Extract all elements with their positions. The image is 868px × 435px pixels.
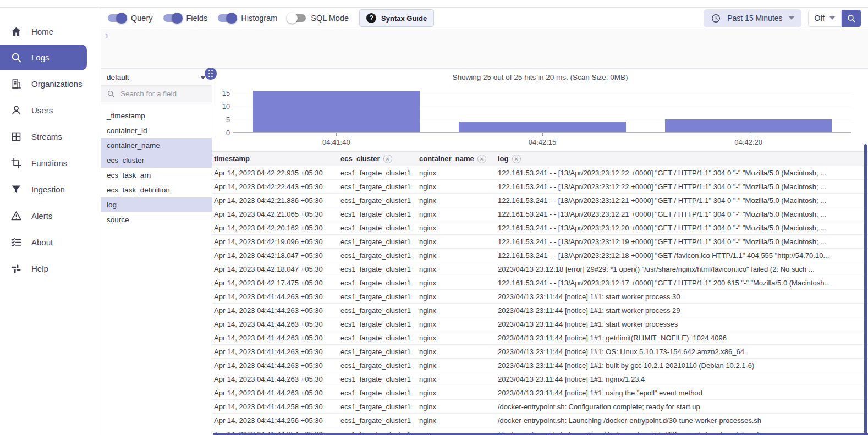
- cell-ecs_cluster: ecs1_fargate_cluster1: [340, 279, 419, 287]
- table-row[interactable]: Apr 14, 2023 04:42:21.886 +05:30ecs1_far…: [212, 194, 868, 207]
- table-row[interactable]: Apr 14, 2023 04:42:22.443 +05:30ecs1_far…: [212, 180, 868, 194]
- stream-select[interactable]: default: [101, 69, 212, 86]
- remove-column-icon[interactable]: ×: [512, 155, 521, 163]
- histogram-bar[interactable]: [459, 122, 625, 132]
- chevron-down-icon: [829, 16, 835, 20]
- funnel-icon: [10, 184, 22, 195]
- sidebar-item-alerts[interactable]: Alerts: [0, 202, 100, 229]
- table-row[interactable]: Apr 14, 2023 04:41:44.256 +05:30ecs1_far…: [212, 414, 868, 427]
- cell-log: 2023/04/13 23:11:44 [notice] 1#1: start …: [498, 320, 868, 328]
- column-header-ecs_cluster: ecs_cluster×: [340, 155, 419, 163]
- sidebar-item-about[interactable]: About: [0, 229, 100, 255]
- x-tick-label: 04:42:20: [734, 138, 762, 146]
- cell-container_name: nginx: [419, 251, 498, 260]
- x-tick-mark: [542, 133, 543, 136]
- panel-drag-handle[interactable]: [205, 68, 217, 80]
- table-row[interactable]: Apr 14, 2023 04:42:17.475 +05:30ecs1_far…: [212, 276, 868, 290]
- cell-log: /docker-entrypoint.sh: Configuration com…: [498, 403, 868, 411]
- y-tick-label: 15: [222, 90, 230, 97]
- column-header-label: ecs_cluster: [340, 155, 380, 163]
- cell-container_name: nginx: [419, 238, 498, 246]
- table-row[interactable]: Apr 14, 2023 04:41:44.263 +05:30ecs1_far…: [212, 372, 868, 386]
- cell-container_name: nginx: [419, 375, 498, 383]
- sidebar-item-ingestion[interactable]: Ingestion: [0, 176, 100, 202]
- toggle-label: Histogram: [241, 14, 277, 23]
- table-row[interactable]: Apr 14, 2023 04:41:44.263 +05:30ecs1_far…: [212, 317, 868, 331]
- cell-ecs_cluster: ecs1_fargate_cluster1: [340, 375, 419, 383]
- syntax-guide-button[interactable]: ? Syntax Guide: [359, 9, 434, 27]
- field-item-container_name[interactable]: container_name: [101, 138, 212, 153]
- sidebar-item-functions[interactable]: Functions: [0, 150, 100, 176]
- sidebar-item-organizations[interactable]: Organizations: [0, 70, 100, 97]
- table-row[interactable]: Apr 14, 2023 04:42:19.096 +05:30ecs1_far…: [212, 235, 868, 249]
- time-range-selector[interactable]: Past 15 Minutes: [704, 9, 801, 27]
- cell-timestamp: Apr 14, 2023 04:42:19.096 +05:30: [214, 238, 340, 246]
- histogram-chart: 051015 04:41:4004:42:1504:42:20: [212, 84, 868, 151]
- histogram-bar[interactable]: [665, 119, 832, 132]
- toggle-label: SQL Mode: [311, 14, 349, 23]
- table-row[interactable]: Apr 14, 2023 04:42:22.935 +05:30ecs1_far…: [212, 166, 868, 180]
- column-header-label: timestamp: [214, 155, 250, 163]
- toggle-query[interactable]: Query: [108, 14, 153, 23]
- table-row[interactable]: Apr 14, 2023 04:41:44.263 +05:30ecs1_far…: [212, 359, 868, 372]
- cell-container_name: nginx: [419, 416, 498, 425]
- question-mark-icon: ?: [366, 13, 376, 23]
- field-item-container_id[interactable]: container_id: [101, 123, 212, 138]
- field-item-source[interactable]: source: [101, 212, 212, 227]
- field-item-ecs_task_arn[interactable]: ecs_task_arn: [101, 168, 212, 183]
- cell-timestamp: Apr 14, 2023 04:42:21.065 +05:30: [214, 210, 340, 218]
- field-search-input[interactable]: [119, 89, 196, 98]
- horizontal-scrollbar[interactable]: [213, 433, 868, 435]
- sidebar-item-users[interactable]: Users: [0, 97, 100, 123]
- cell-log: 2023/04/13 23:11:44 [notice] 1#1: using …: [498, 389, 868, 397]
- remove-column-icon[interactable]: ×: [477, 155, 486, 163]
- remove-column-icon[interactable]: ×: [383, 155, 392, 163]
- cell-log: 122.161.53.241 - - [13/Apr/2023:23:12:18…: [498, 251, 868, 260]
- vertical-scrollbar[interactable]: [864, 144, 867, 435]
- checklist-icon: [10, 236, 22, 248]
- table-row[interactable]: Apr 14, 2023 04:42:21.065 +05:30ecs1_far…: [212, 207, 868, 221]
- sidebar-item-home[interactable]: Home: [0, 18, 100, 45]
- cell-container_name: nginx: [419, 334, 498, 342]
- cell-ecs_cluster: ecs1_fargate_cluster1: [340, 293, 419, 301]
- fields-panel: default _timestampcontainer_idcontainer_…: [101, 69, 212, 435]
- cell-container_name: nginx: [419, 183, 498, 191]
- cell-log: 122.161.53.241 - - [13/Apr/2023:23:12:21…: [498, 196, 868, 205]
- x-tick-mark: [749, 133, 749, 136]
- field-item-ecs_cluster[interactable]: ecs_cluster: [101, 153, 212, 168]
- sidebar-item-help[interactable]: Help: [0, 255, 100, 282]
- run-search-button[interactable]: [842, 10, 861, 27]
- histogram-bar[interactable]: [253, 91, 420, 132]
- toggle-fields[interactable]: Fields: [163, 14, 208, 23]
- cell-timestamp: Apr 14, 2023 04:41:44.258 +05:30: [214, 403, 340, 411]
- table-row[interactable]: Apr 14, 2023 04:42:18.047 +05:30ecs1_far…: [212, 262, 868, 276]
- toggle-histogram[interactable]: Histogram: [218, 14, 277, 23]
- cell-ecs_cluster: ecs1_fargate_cluster1: [340, 403, 419, 411]
- cell-container_name: nginx: [419, 361, 498, 370]
- cell-log: 2023/04/13 23:12:18 [error] 29#29: *1 op…: [498, 265, 868, 273]
- field-item-_timestamp[interactable]: _timestamp: [101, 108, 212, 123]
- toolbar-right: Past 15 Minutes Off: [704, 9, 861, 27]
- table-row[interactable]: Apr 14, 2023 04:41:44.258 +05:30ecs1_far…: [212, 400, 868, 414]
- cell-timestamp: Apr 14, 2023 04:41:44.263 +05:30: [214, 375, 340, 383]
- auto-refresh-select[interactable]: Off: [808, 10, 842, 27]
- table-row[interactable]: Apr 14, 2023 04:41:44.263 +05:30ecs1_far…: [212, 345, 868, 359]
- table-row[interactable]: Apr 14, 2023 04:41:44.263 +05:30ecs1_far…: [212, 290, 868, 304]
- table-row[interactable]: Apr 14, 2023 04:42:18.047 +05:30ecs1_far…: [212, 249, 868, 262]
- cell-timestamp: Apr 14, 2023 04:42:17.475 +05:30: [214, 279, 340, 287]
- table-row[interactable]: Apr 14, 2023 04:42:20.162 +05:30ecs1_far…: [212, 221, 868, 235]
- sidebar-item-logs[interactable]: Logs: [0, 45, 87, 70]
- query-editor[interactable]: 1: [101, 29, 868, 69]
- column-header-timestamp: timestamp: [214, 155, 340, 163]
- table-row[interactable]: Apr 14, 2023 04:41:44.263 +05:30ecs1_far…: [212, 386, 868, 400]
- field-item-log[interactable]: log: [101, 197, 212, 212]
- warning-icon: [10, 210, 22, 222]
- slack-icon: [10, 263, 22, 274]
- histogram-plot[interactable]: [233, 89, 851, 133]
- field-item-ecs_task_definition[interactable]: ecs_task_definition: [101, 183, 212, 197]
- sidebar-item-streams[interactable]: Streams: [0, 123, 100, 150]
- toggle-sql-mode[interactable]: SQL Mode: [288, 14, 349, 23]
- table-row[interactable]: Apr 14, 2023 04:41:44.263 +05:30ecs1_far…: [212, 331, 868, 345]
- search-icon: [10, 52, 22, 63]
- table-row[interactable]: Apr 14, 2023 04:41:44.263 +05:30ecs1_far…: [212, 304, 868, 317]
